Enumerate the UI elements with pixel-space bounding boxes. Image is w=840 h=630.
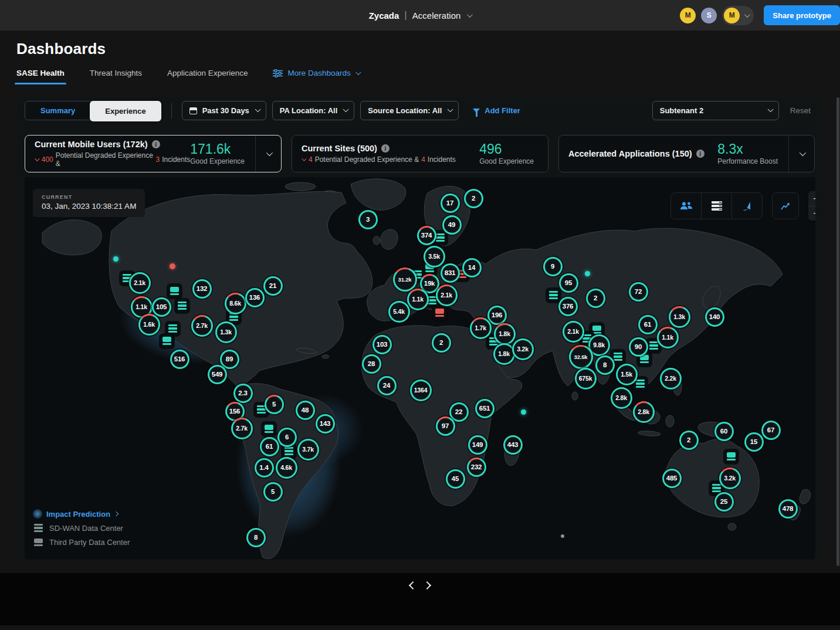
zoom-in-button[interactable]: +	[808, 191, 815, 206]
info-icon[interactable]	[696, 150, 704, 158]
kpi-card-mobile-users[interactable]: Current Mobile Users (172k) 400 Potentia…	[25, 135, 282, 172]
map-marker[interactable]: 90	[629, 337, 648, 357]
users-layer-button[interactable]	[671, 193, 701, 219]
map-marker[interactable]: 5.4k	[388, 301, 410, 323]
kpi-card-accelerated-apps[interactable]: Accelerated Applications (150) 8.3x Perf…	[558, 135, 815, 172]
map-marker[interactable]: 1.6k	[138, 314, 160, 336]
map-marker[interactable]: 60	[714, 422, 734, 441]
map-marker[interactable]: 97	[436, 416, 455, 436]
thirdparty-datacenter-icon[interactable]	[262, 422, 276, 436]
map-marker[interactable]: 1.5k	[616, 364, 638, 385]
scrollbar-thumb[interactable]	[836, 97, 839, 566]
map-marker[interactable]: 103	[372, 335, 392, 354]
reset-button[interactable]: Reset	[790, 106, 811, 115]
add-filter-button[interactable]: Add Filter	[473, 106, 520, 115]
map-marker[interactable]: 2.1k	[436, 284, 458, 306]
map-marker[interactable]: 72	[629, 282, 648, 302]
map-marker[interactable]: 67	[761, 421, 781, 440]
legend-impact-prediction[interactable]: Impact Prediction	[33, 509, 130, 519]
map-marker[interactable]: 196	[487, 306, 507, 325]
pa-location-dropdown[interactable]: PA Location: All	[272, 101, 354, 120]
thirdparty-datacenter-icon[interactable]	[160, 334, 174, 348]
map-marker[interactable]: 28	[362, 354, 381, 374]
map-marker[interactable]: 15	[744, 432, 764, 452]
map-marker[interactable]: 21	[263, 276, 283, 296]
zoom-out-button[interactable]: −	[808, 206, 815, 221]
map-marker[interactable]: 1364	[410, 380, 432, 401]
map-marker[interactable]: 3.5k	[424, 246, 445, 267]
map-marker[interactable]: 8	[246, 528, 266, 547]
avatar[interactable]: M	[680, 8, 696, 23]
map-marker[interactable]: 143	[316, 414, 335, 433]
kpi-card-sites[interactable]: Current Sites (500) 4 Potential Degraded…	[292, 135, 548, 172]
user-menu[interactable]: M	[722, 6, 754, 25]
map-marker[interactable]: 485	[662, 469, 682, 488]
map-marker[interactable]: 2.2k	[660, 368, 682, 389]
map-marker[interactable]: 2.8k	[633, 401, 655, 423]
map-marker[interactable]: 5	[265, 395, 284, 414]
map-marker[interactable]: 140	[705, 307, 724, 327]
prisma-layer-button[interactable]	[731, 193, 762, 219]
map-marker[interactable]: 232	[467, 458, 486, 477]
map-marker[interactable]: 3.2k	[719, 468, 741, 489]
map-marker[interactable]: 14	[462, 258, 482, 277]
map-marker[interactable]: 478	[778, 499, 798, 519]
map-marker[interactable]: 6	[277, 428, 297, 447]
map-marker[interactable]: 675k	[575, 368, 597, 389]
source-location-dropdown[interactable]: Source Location: All	[360, 101, 459, 120]
avatar[interactable]: S	[701, 8, 717, 23]
map-marker[interactable]: 2.1k	[129, 272, 151, 294]
map-marker[interactable]: 24	[377, 376, 397, 395]
map-marker[interactable]: 95	[559, 273, 578, 293]
map-marker[interactable]: 1.7k	[470, 317, 492, 339]
tab-threat-insights[interactable]: Threat Insights	[90, 69, 142, 84]
map-marker[interactable]: 45	[446, 469, 465, 489]
share-prototype-button[interactable]: Share prototype	[764, 5, 840, 25]
sdwan-datacenter-icon[interactable]	[546, 288, 561, 303]
map-marker[interactable]: 374	[417, 226, 436, 245]
map-marker[interactable]: 516	[170, 350, 189, 369]
chart-view-button[interactable]	[772, 192, 799, 219]
map-marker[interactable]: 105	[152, 297, 171, 317]
map-marker[interactable]: 2.1k	[563, 321, 584, 343]
experience-toggle[interactable]: Experience	[90, 101, 161, 121]
summary-toggle[interactable]: Summary	[25, 101, 90, 120]
map-marker[interactable]: 132	[192, 279, 212, 299]
tab-application-experience[interactable]: Application Experience	[167, 69, 248, 84]
map-marker[interactable]: 2.7k	[231, 418, 253, 439]
map-marker[interactable]: 2	[432, 333, 451, 353]
map-marker[interactable]: 48	[296, 401, 315, 420]
map-marker[interactable]: 1.1k	[657, 327, 679, 348]
map-marker[interactable]: 5	[263, 482, 283, 502]
expand-card-button[interactable]	[788, 136, 814, 172]
map-marker[interactable]: 2	[586, 289, 605, 308]
map-marker[interactable]: 2.7k	[191, 315, 213, 337]
map-marker[interactable]: 831	[441, 263, 460, 283]
map-marker[interactable]: 651	[475, 399, 494, 418]
map-marker[interactable]: 1.4	[255, 458, 274, 477]
chevron-down-icon[interactable]	[467, 12, 473, 18]
map-marker[interactable]: 2.8k	[611, 387, 632, 409]
sdwan-datacenter-icon[interactable]	[175, 299, 189, 313]
time-range-dropdown[interactable]: Past 30 Days	[182, 101, 266, 120]
datacenter-layer-button[interactable]	[701, 193, 731, 219]
map-marker[interactable]: 8	[595, 355, 615, 375]
map-marker[interactable]: 25	[714, 492, 734, 512]
map-marker[interactable]: 2	[464, 189, 483, 208]
map-marker[interactable]: 89	[220, 350, 239, 369]
map-marker[interactable]: 149	[468, 435, 487, 455]
map-marker[interactable]: 3	[358, 210, 378, 229]
map-marker[interactable]: 4.6k	[276, 457, 297, 479]
map-marker[interactable]: 3.2k	[512, 338, 534, 360]
map-marker[interactable]: 31.2k	[393, 267, 417, 292]
map-marker[interactable]: 9	[543, 257, 563, 276]
world-map[interactable]: 2.1k132211.1k1058.6k1361.6k2.7k1.3k51689…	[25, 177, 815, 560]
expand-card-button[interactable]	[255, 136, 281, 172]
map-marker[interactable]: 61	[638, 315, 658, 334]
map-marker[interactable]: 376	[558, 297, 578, 316]
map-marker[interactable]: 549	[208, 365, 227, 384]
map-marker[interactable]: 1.1k	[407, 289, 429, 310]
more-dashboards-menu[interactable]: More Dashboards	[273, 69, 359, 84]
tab-sase-health[interactable]: SASE Health	[16, 69, 65, 84]
map-marker[interactable]: 1.3k	[669, 306, 690, 328]
